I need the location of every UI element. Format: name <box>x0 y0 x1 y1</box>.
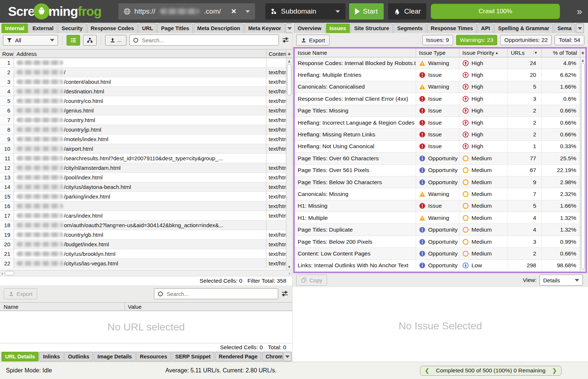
export-button-disabled[interactable]: Export <box>4 288 37 299</box>
address-cell[interactable]: /country/co.html <box>14 96 266 106</box>
tab-chrome[interactable]: Chrome <box>262 352 283 361</box>
tab-url[interactable]: URL <box>139 24 157 33</box>
address-cell[interactable] <box>14 201 266 211</box>
address-cell[interactable]: /cars/index.html <box>14 211 266 220</box>
column-header-value[interactable]: Value <box>125 304 292 310</box>
address-cell[interactable]: /searchresults.html?dest_id=20079110&des… <box>14 154 266 163</box>
address-cell[interactable]: /city/nl/amsterdam.html <box>14 163 266 172</box>
table-row[interactable]: 3/content/about.htmltext/htm <box>0 77 292 87</box>
tab-overview[interactable]: Overview <box>294 24 325 33</box>
add-column-button[interactable]: + <box>580 49 585 57</box>
table-row[interactable]: 1 <box>0 58 292 68</box>
tab-api[interactable]: API <box>477 24 494 33</box>
column-header-issue-priority[interactable]: Issue Priority ▲ <box>459 49 508 57</box>
tab-response-codes[interactable]: Response Codes <box>87 24 138 33</box>
tab-segments[interactable]: Segments <box>394 24 426 33</box>
url-history-dropdown-icon[interactable] <box>245 10 250 13</box>
tab-outlinks[interactable]: Outlinks <box>64 352 93 361</box>
table-row[interactable]: 13/pool/index.htmltext/htm <box>0 173 292 182</box>
address-cell[interactable]: /content/about.html <box>14 77 266 86</box>
issue-row[interactable]: Response Codes: Internal Blocked by Robo… <box>295 57 580 69</box>
issue-row[interactable]: Hreflang: Incorrect Language & Region Co… <box>295 117 580 129</box>
scroll-down-icon[interactable]: ▼ <box>286 265 292 269</box>
clear-url-icon[interactable]: ✕ <box>231 7 236 15</box>
url-input[interactable]: https:// .com/ ✕ <box>118 3 255 19</box>
table-row[interactable]: 21/city/us/brooklyn.htmltext/htm <box>0 249 292 259</box>
column-header-issue-type[interactable]: Issue Type <box>416 49 459 57</box>
tab-site-structure[interactable]: Site Structure <box>351 24 393 33</box>
column-header-urls[interactable]: URLs ⁚▼ <box>508 49 542 57</box>
table-row[interactable]: 18om/auth/oauth2?lang=en-us&aid=304142&b… <box>0 221 292 230</box>
issue-row[interactable]: Hreflang: Multiple EntriesIssueHigh206.6… <box>295 69 580 81</box>
tab-internal[interactable]: Internal <box>1 24 28 33</box>
address-cell[interactable]: /pool/index.html <box>14 173 266 182</box>
address-cell[interactable]: /city/us/daytona-beach.html <box>14 182 266 192</box>
start-button[interactable]: Start <box>349 3 384 19</box>
table-row[interactable]: 5/country/co.htmltext/htm <box>0 96 292 106</box>
tab-meta-keywor[interactable]: Meta Keywor <box>244 24 284 33</box>
issue-row[interactable]: Page Titles: Over 60 CharactersOpportuni… <box>295 153 580 164</box>
address-cell[interactable]: /country/jp.html <box>14 125 266 134</box>
details-search-input[interactable] <box>166 290 274 297</box>
filter-dropdown[interactable]: All <box>3 35 58 46</box>
tab-response-times[interactable]: Response Times <box>427 24 477 33</box>
table-row[interactable]: 22/city/us/las-vegas.htmltext/htm <box>0 259 292 268</box>
scrollbar-thumb[interactable] <box>287 64 291 96</box>
vertical-scrollbar[interactable]: ▲ <box>580 57 585 272</box>
tree-view-button[interactable] <box>83 35 97 46</box>
table-row[interactable]: 8/country/jp.htmltext/htm <box>0 125 292 135</box>
address-cell[interactable]: / <box>14 68 266 77</box>
scroll-left-icon[interactable]: ‹ <box>1 271 3 276</box>
tab-url-details[interactable]: URL Details <box>1 352 39 361</box>
table-row[interactable]: 6/genius.htmltext/htm <box>0 106 292 115</box>
scroll-up-icon[interactable]: ▲ <box>286 59 292 63</box>
table-row[interactable]: 17/cars/index.htmltext/htm <box>0 211 292 221</box>
issues-export-button[interactable]: Export <box>296 35 330 46</box>
address-cell[interactable]: /airport.html <box>14 144 266 153</box>
address-cell[interactable]: /budget/index.html <box>14 240 266 249</box>
tab-serp-snippet[interactable]: SERP Snippet <box>172 352 214 361</box>
tab-rendered-page[interactable]: Rendered Page <box>215 352 261 361</box>
tab-issues[interactable]: Issues <box>326 24 350 33</box>
chevron-left-icon[interactable]: ❮ <box>425 367 430 374</box>
table-row[interactable]: 7/country.htmltext/htm <box>0 115 292 125</box>
search-box[interactable] <box>129 35 279 46</box>
crawl-scope-dropdown[interactable]: Subdomain <box>265 3 345 19</box>
issue-row[interactable]: Response Codes: Internal Client Error (4… <box>295 93 580 105</box>
table-row[interactable]: 11/searchresults.html?dest_id=20079110&d… <box>0 154 292 163</box>
column-header-pct-of-total[interactable]: % of Total <box>542 49 580 57</box>
table-row[interactable]: 14/city/us/daytona-beach.htmltext/htm <box>0 182 292 192</box>
search-input[interactable] <box>141 37 275 44</box>
issue-row[interactable]: Content: Low Content PagesOpportunityMed… <box>295 248 580 260</box>
tab-overflow-button[interactable] <box>576 24 584 33</box>
issue-row[interactable]: Hreflang: Missing Return LinksIssueHigh2… <box>295 129 580 140</box>
export-menu-button[interactable]: ... <box>105 35 126 46</box>
vertical-scrollbar[interactable]: ▲ ▼ <box>286 58 292 270</box>
issue-row[interactable]: Page Titles: Over 561 PixelsOpportunityM… <box>295 165 580 176</box>
clear-button[interactable]: Clear <box>388 3 426 19</box>
column-header-issue-name[interactable]: Issue Name <box>295 49 416 57</box>
table-row[interactable]: 9/motels/index.htmltext/htm <box>0 135 292 144</box>
table-row[interactable]: 12/city/nl/amsterdam.htmltext/htm <box>0 163 292 173</box>
column-header-name[interactable]: Name <box>0 303 125 311</box>
add-column-button[interactable]: + <box>286 51 292 57</box>
address-cell[interactable]: /city/us/brooklyn.html <box>14 249 266 258</box>
tab-meta-description[interactable]: Meta Description <box>194 24 244 33</box>
scroll-up-icon[interactable]: ▲ <box>580 58 585 62</box>
table-row[interactable]: 10/airport.htmltext/htm <box>0 144 292 154</box>
issue-row[interactable]: H1: MultipleWarningMedium41.32% <box>295 212 580 224</box>
address-cell[interactable]: /destination.html <box>14 87 266 96</box>
list-view-button[interactable] <box>67 35 80 46</box>
column-header-row[interactable]: Row <box>0 51 14 57</box>
chevron-right-icon[interactable]: ❯ <box>552 367 557 374</box>
table-row[interactable]: 4/destination.htmltext/htm <box>0 87 292 96</box>
tab-external[interactable]: External <box>29 24 57 33</box>
tab-overflow-button[interactable] <box>283 352 291 361</box>
issue-row[interactable]: Canonicals: MissingWarningMedium72.32% <box>295 188 580 200</box>
table-row[interactable]: 2/text/htm <box>0 68 292 77</box>
address-cell[interactable]: /country/gb.html <box>14 230 266 239</box>
address-cell[interactable]: om/auth/oauth2?lang=en-us&aid=304142&bkn… <box>14 221 266 230</box>
issue-row[interactable]: Hreflang: Not Using CanonicalIssueHigh10… <box>295 141 580 153</box>
table-row[interactable]: 20/budget/index.htmltext/htm <box>0 240 292 249</box>
address-cell[interactable]: /parking/index.html <box>14 192 266 201</box>
